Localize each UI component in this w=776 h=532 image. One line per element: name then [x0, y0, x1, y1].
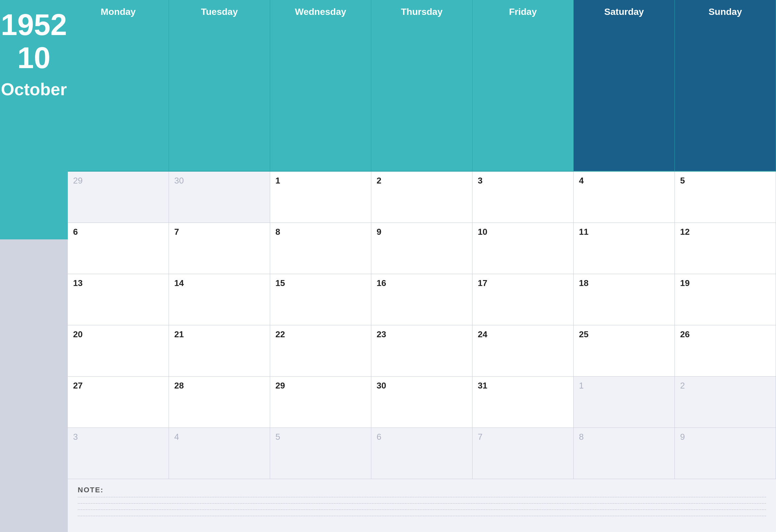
day-cell-w0-d6[interactable]: 5 — [675, 172, 776, 223]
day-number: 11 — [579, 227, 589, 237]
day-cell-w4-d0[interactable]: 27 — [68, 377, 169, 428]
sidebar: 1952 10 October — [0, 0, 68, 532]
day-number: 2 — [680, 381, 685, 390]
calendar-area: MondayTuesdayWednesdayThursdayFridaySatu… — [68, 0, 776, 532]
day-number: 23 — [377, 329, 386, 339]
day-cell-w3-d5[interactable]: 25 — [574, 325, 675, 377]
day-number: 1 — [275, 176, 280, 185]
note-label: NOTE: — [78, 486, 766, 494]
day-number: 30 — [174, 176, 184, 185]
day-cell-w1-d4[interactable]: 10 — [472, 223, 574, 274]
day-cell-w4-d1[interactable]: 28 — [169, 377, 270, 428]
day-cell-w5-d2[interactable]: 5 — [270, 428, 371, 479]
day-cell-w2-d5[interactable]: 18 — [574, 274, 675, 325]
day-cell-w1-d6[interactable]: 12 — [675, 223, 776, 274]
year-label: 1952 — [1, 10, 67, 40]
day-number: 28 — [174, 381, 184, 390]
day-cell-w4-d6[interactable]: 2 — [675, 377, 776, 428]
day-number: 12 — [680, 227, 690, 237]
day-number: 4 — [579, 176, 584, 185]
day-number: 5 — [275, 432, 280, 442]
day-cell-w0-d3[interactable]: 2 — [371, 172, 472, 223]
day-header-monday: Monday — [68, 0, 169, 172]
day-number: 29 — [73, 176, 83, 185]
day-number: 29 — [275, 381, 285, 390]
day-cell-w1-d0[interactable]: 6 — [68, 223, 169, 274]
day-number: 3 — [478, 176, 482, 185]
day-cell-w3-d4[interactable]: 24 — [472, 325, 574, 377]
day-header-tuesday: Tuesday — [169, 0, 270, 172]
day-cell-w5-d6[interactable]: 9 — [675, 428, 776, 479]
day-cell-w2-d0[interactable]: 13 — [68, 274, 169, 325]
day-number: 7 — [478, 432, 482, 442]
day-header-sunday: Sunday — [675, 0, 776, 172]
day-number: 5 — [680, 176, 685, 185]
day-cell-w3-d3[interactable]: 23 — [371, 325, 472, 377]
day-cell-w5-d3[interactable]: 6 — [371, 428, 472, 479]
day-cell-w1-d1[interactable]: 7 — [169, 223, 270, 274]
day-number: 22 — [275, 329, 285, 339]
day-number: 20 — [73, 329, 83, 339]
day-number: 26 — [680, 329, 690, 339]
day-header-wednesday: Wednesday — [270, 0, 371, 172]
day-number: 2 — [377, 176, 381, 185]
day-cell-w5-d5[interactable]: 8 — [574, 428, 675, 479]
day-number: 6 — [377, 432, 381, 442]
day-cell-w2-d6[interactable]: 19 — [675, 274, 776, 325]
day-number: 3 — [73, 432, 78, 442]
day-cell-w4-d3[interactable]: 30 — [371, 377, 472, 428]
note-line-1 — [78, 497, 766, 497]
day-number: 10 — [478, 227, 488, 237]
day-number: 19 — [680, 278, 690, 288]
calendar-body: 2930123456789101112131415161718192021222… — [68, 172, 776, 479]
day-cell-w5-d1[interactable]: 4 — [169, 428, 270, 479]
day-cell-w4-d5[interactable]: 1 — [574, 377, 675, 428]
day-number: 9 — [680, 432, 685, 442]
note-line-4 — [78, 516, 766, 516]
day-number: 27 — [73, 381, 83, 390]
note-line-2 — [78, 503, 766, 504]
day-cell-w0-d4[interactable]: 3 — [472, 172, 574, 223]
day-cell-w3-d1[interactable]: 21 — [169, 325, 270, 377]
day-number: 25 — [579, 329, 589, 339]
month-number-label: 10 — [17, 43, 50, 73]
day-cell-w3-d6[interactable]: 26 — [675, 325, 776, 377]
day-cell-w0-d2[interactable]: 1 — [270, 172, 371, 223]
day-cell-w5-d4[interactable]: 7 — [472, 428, 574, 479]
day-number: 8 — [275, 227, 280, 237]
day-header-saturday: Saturday — [574, 0, 675, 172]
day-cell-w1-d3[interactable]: 9 — [371, 223, 472, 274]
day-number: 14 — [174, 278, 184, 288]
day-header-thursday: Thursday — [371, 0, 472, 172]
notes-section: NOTE: — [68, 479, 776, 532]
day-cell-w1-d2[interactable]: 8 — [270, 223, 371, 274]
day-cell-w0-d5[interactable]: 4 — [574, 172, 675, 223]
day-cell-w4-d4[interactable]: 31 — [472, 377, 574, 428]
day-cell-w3-d0[interactable]: 20 — [68, 325, 169, 377]
day-number: 1 — [579, 381, 584, 390]
day-number: 9 — [377, 227, 381, 237]
day-cell-w4-d2[interactable]: 29 — [270, 377, 371, 428]
day-cell-w5-d0[interactable]: 3 — [68, 428, 169, 479]
day-number: 7 — [174, 227, 179, 237]
day-cell-w0-d0[interactable]: 29 — [68, 172, 169, 223]
day-number: 16 — [377, 278, 386, 288]
day-number: 13 — [73, 278, 83, 288]
day-cell-w2-d3[interactable]: 16 — [371, 274, 472, 325]
day-cell-w2-d4[interactable]: 17 — [472, 274, 574, 325]
day-cell-w2-d2[interactable]: 15 — [270, 274, 371, 325]
calendar-header: MondayTuesdayWednesdayThursdayFridaySatu… — [68, 0, 776, 172]
day-cell-w3-d2[interactable]: 22 — [270, 325, 371, 377]
day-number: 17 — [478, 278, 488, 288]
day-number: 6 — [73, 227, 78, 237]
day-cell-w2-d1[interactable]: 14 — [169, 274, 270, 325]
day-number: 8 — [579, 432, 584, 442]
day-number: 24 — [478, 329, 488, 339]
day-number: 4 — [174, 432, 179, 442]
month-name-label: October — [1, 79, 67, 99]
day-number: 31 — [478, 381, 488, 390]
day-cell-w0-d1[interactable]: 30 — [169, 172, 270, 223]
day-number: 15 — [275, 278, 285, 288]
day-cell-w1-d5[interactable]: 11 — [574, 223, 675, 274]
day-number: 21 — [174, 329, 184, 339]
